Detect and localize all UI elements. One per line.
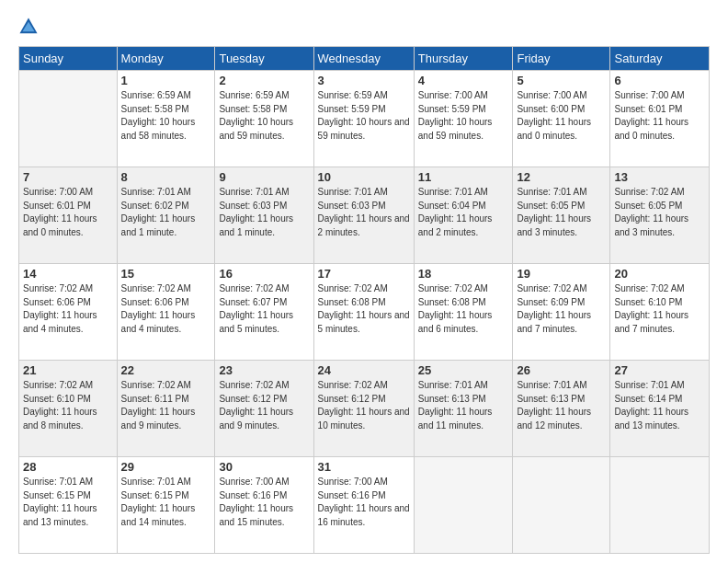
- day-number: 14: [23, 267, 113, 281]
- calendar-cell: 12Sunrise: 7:01 AMSunset: 6:05 PMDayligh…: [513, 167, 610, 264]
- day-number: 19: [517, 267, 606, 281]
- weekday-header-saturday: Saturday: [610, 47, 710, 71]
- day-info: Sunrise: 7:00 AMSunset: 6:16 PMDaylight:…: [219, 476, 309, 529]
- day-number: 23: [219, 363, 309, 377]
- calendar-cell: 23Sunrise: 7:02 AMSunset: 6:12 PMDayligh…: [215, 361, 313, 457]
- logo: [18, 17, 42, 37]
- calendar-cell: 5Sunrise: 7:00 AMSunset: 6:00 PMDaylight…: [513, 71, 610, 167]
- day-info: Sunrise: 7:01 AMSunset: 6:15 PMDaylight:…: [23, 476, 113, 529]
- day-number: 28: [23, 460, 113, 474]
- day-number: 29: [121, 460, 211, 474]
- weekday-header-tuesday: Tuesday: [215, 47, 313, 71]
- calendar-cell: 10Sunrise: 7:01 AMSunset: 6:03 PMDayligh…: [313, 167, 414, 264]
- calendar-cell: 25Sunrise: 7:01 AMSunset: 6:13 PMDayligh…: [414, 361, 513, 457]
- day-number: 12: [517, 170, 606, 184]
- weekday-header-sunday: Sunday: [19, 47, 118, 71]
- day-number: 31: [318, 460, 410, 474]
- calendar-cell: 7Sunrise: 7:00 AMSunset: 6:01 PMDaylight…: [19, 167, 118, 264]
- day-number: 27: [614, 363, 705, 377]
- day-info: Sunrise: 7:00 AMSunset: 5:59 PMDaylight:…: [418, 89, 509, 143]
- calendar-cell: 29Sunrise: 7:01 AMSunset: 6:15 PMDayligh…: [117, 457, 215, 554]
- calendar-week-2: 7Sunrise: 7:00 AMSunset: 6:01 PMDaylight…: [19, 167, 710, 264]
- calendar-cell: 27Sunrise: 7:01 AMSunset: 6:14 PMDayligh…: [610, 361, 710, 457]
- day-number: 16: [219, 267, 309, 281]
- calendar-cell: 19Sunrise: 7:02 AMSunset: 6:09 PMDayligh…: [513, 264, 610, 361]
- calendar-cell: 6Sunrise: 7:00 AMSunset: 6:01 PMDaylight…: [610, 71, 710, 167]
- calendar-cell: 4Sunrise: 7:00 AMSunset: 5:59 PMDaylight…: [414, 71, 513, 167]
- day-info: Sunrise: 7:02 AMSunset: 6:12 PMDaylight:…: [219, 379, 309, 432]
- day-info: Sunrise: 7:01 AMSunset: 6:02 PMDaylight:…: [121, 186, 211, 239]
- day-number: 9: [219, 170, 309, 184]
- day-info: Sunrise: 7:02 AMSunset: 6:08 PMDaylight:…: [318, 282, 410, 336]
- day-info: Sunrise: 6:59 AMSunset: 5:59 PMDaylight:…: [318, 89, 410, 143]
- calendar-table: SundayMondayTuesdayWednesdayThursdayFrid…: [18, 46, 710, 554]
- calendar-cell: 11Sunrise: 7:01 AMSunset: 6:04 PMDayligh…: [414, 167, 513, 264]
- day-number: 24: [318, 363, 410, 377]
- day-info: Sunrise: 6:59 AMSunset: 5:58 PMDaylight:…: [121, 89, 211, 143]
- day-info: Sunrise: 7:02 AMSunset: 6:09 PMDaylight:…: [517, 282, 606, 336]
- day-number: 1: [121, 74, 211, 87]
- day-number: 20: [614, 267, 705, 281]
- day-info: Sunrise: 7:02 AMSunset: 6:12 PMDaylight:…: [318, 379, 410, 432]
- day-info: Sunrise: 7:01 AMSunset: 6:04 PMDaylight:…: [418, 186, 509, 239]
- day-info: Sunrise: 7:02 AMSunset: 6:06 PMDaylight:…: [23, 282, 113, 336]
- day-number: 2: [219, 74, 309, 87]
- calendar-cell: 2Sunrise: 6:59 AMSunset: 5:58 PMDaylight…: [215, 71, 313, 167]
- day-number: 15: [121, 267, 211, 281]
- day-info: Sunrise: 7:02 AMSunset: 6:08 PMDaylight:…: [418, 282, 509, 336]
- page: SundayMondayTuesdayWednesdayThursdayFrid…: [0, 0, 728, 563]
- calendar-cell: 26Sunrise: 7:01 AMSunset: 6:13 PMDayligh…: [513, 361, 610, 457]
- day-info: Sunrise: 7:00 AMSunset: 6:01 PMDaylight:…: [23, 186, 113, 239]
- calendar-week-1: 1Sunrise: 6:59 AMSunset: 5:58 PMDaylight…: [19, 71, 710, 167]
- day-info: Sunrise: 7:02 AMSunset: 6:07 PMDaylight:…: [219, 282, 309, 336]
- calendar-cell: 22Sunrise: 7:02 AMSunset: 6:11 PMDayligh…: [117, 361, 215, 457]
- calendar-cell: 31Sunrise: 7:00 AMSunset: 6:16 PMDayligh…: [313, 457, 414, 554]
- day-number: 11: [418, 170, 509, 184]
- day-number: 5: [517, 74, 606, 87]
- day-number: 8: [121, 170, 211, 184]
- calendar-cell: 13Sunrise: 7:02 AMSunset: 6:05 PMDayligh…: [610, 167, 710, 264]
- weekday-header-row: SundayMondayTuesdayWednesdayThursdayFrid…: [19, 47, 710, 71]
- calendar-cell: 16Sunrise: 7:02 AMSunset: 6:07 PMDayligh…: [215, 264, 313, 361]
- day-number: 7: [23, 170, 113, 184]
- calendar-week-4: 21Sunrise: 7:02 AMSunset: 6:10 PMDayligh…: [19, 361, 710, 457]
- day-info: Sunrise: 7:01 AMSunset: 6:05 PMDaylight:…: [517, 186, 606, 239]
- calendar-cell: 21Sunrise: 7:02 AMSunset: 6:10 PMDayligh…: [19, 361, 118, 457]
- day-info: Sunrise: 6:59 AMSunset: 5:58 PMDaylight:…: [219, 89, 309, 143]
- day-number: 13: [614, 170, 705, 184]
- day-info: Sunrise: 7:01 AMSunset: 6:13 PMDaylight:…: [418, 379, 509, 432]
- calendar-cell: 18Sunrise: 7:02 AMSunset: 6:08 PMDayligh…: [414, 264, 513, 361]
- calendar-cell: 9Sunrise: 7:01 AMSunset: 6:03 PMDaylight…: [215, 167, 313, 264]
- day-number: 4: [418, 74, 509, 87]
- day-number: 10: [318, 170, 410, 184]
- calendar-cell: 15Sunrise: 7:02 AMSunset: 6:06 PMDayligh…: [117, 264, 215, 361]
- calendar-cell: [610, 457, 710, 554]
- weekday-header-friday: Friday: [513, 47, 610, 71]
- day-info: Sunrise: 7:01 AMSunset: 6:03 PMDaylight:…: [219, 186, 309, 239]
- day-info: Sunrise: 7:00 AMSunset: 6:01 PMDaylight:…: [614, 89, 705, 143]
- weekday-header-monday: Monday: [117, 47, 215, 71]
- calendar-cell: 28Sunrise: 7:01 AMSunset: 6:15 PMDayligh…: [19, 457, 118, 554]
- day-number: 21: [23, 363, 113, 377]
- day-number: 18: [418, 267, 509, 281]
- day-info: Sunrise: 7:01 AMSunset: 6:14 PMDaylight:…: [614, 379, 705, 432]
- day-number: 25: [418, 363, 509, 377]
- logo-icon: [18, 17, 39, 37]
- day-info: Sunrise: 7:02 AMSunset: 6:05 PMDaylight:…: [614, 186, 705, 239]
- day-info: Sunrise: 7:02 AMSunset: 6:11 PMDaylight:…: [121, 379, 211, 432]
- weekday-header-thursday: Thursday: [414, 47, 513, 71]
- day-info: Sunrise: 7:01 AMSunset: 6:13 PMDaylight:…: [517, 379, 606, 432]
- day-number: 6: [614, 74, 705, 87]
- day-number: 3: [318, 74, 410, 87]
- calendar-cell: 1Sunrise: 6:59 AMSunset: 5:58 PMDaylight…: [117, 71, 215, 167]
- day-number: 17: [318, 267, 410, 281]
- calendar-cell: 17Sunrise: 7:02 AMSunset: 6:08 PMDayligh…: [313, 264, 414, 361]
- day-number: 30: [219, 460, 309, 474]
- calendar-cell: 14Sunrise: 7:02 AMSunset: 6:06 PMDayligh…: [19, 264, 118, 361]
- calendar-week-3: 14Sunrise: 7:02 AMSunset: 6:06 PMDayligh…: [19, 264, 710, 361]
- day-info: Sunrise: 7:02 AMSunset: 6:10 PMDaylight:…: [23, 379, 113, 432]
- calendar-cell: [414, 457, 513, 554]
- calendar-cell: 8Sunrise: 7:01 AMSunset: 6:02 PMDaylight…: [117, 167, 215, 264]
- weekday-header-wednesday: Wednesday: [313, 47, 414, 71]
- calendar-cell: 24Sunrise: 7:02 AMSunset: 6:12 PMDayligh…: [313, 361, 414, 457]
